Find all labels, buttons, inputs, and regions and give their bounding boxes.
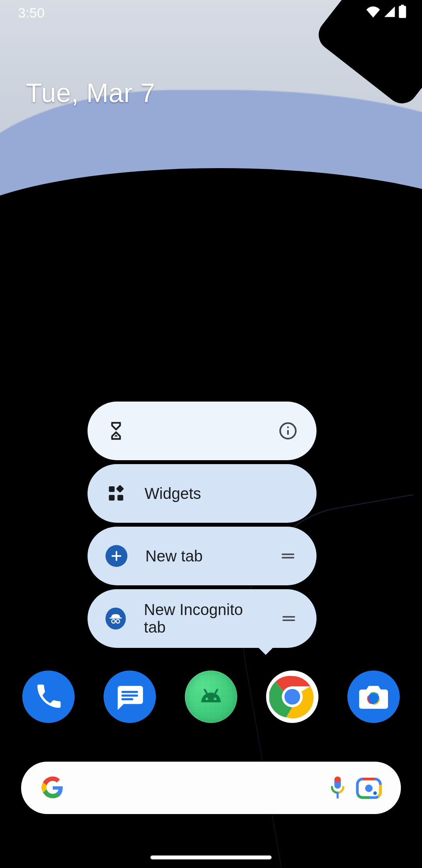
svg-rect-8	[116, 485, 124, 493]
drag-handle-icon[interactable]	[279, 608, 299, 629]
mic-icon[interactable]	[322, 772, 353, 803]
incognito-icon	[106, 608, 126, 629]
svg-rect-1	[401, 5, 404, 7]
drag-handle-icon[interactable]	[277, 545, 299, 567]
svg-rect-5	[109, 486, 115, 492]
svg-point-14	[112, 620, 115, 623]
app-camera[interactable]	[347, 671, 400, 723]
wifi-icon	[366, 5, 381, 21]
popup-widgets-label: Widgets	[145, 485, 201, 502]
svg-rect-0	[399, 6, 406, 18]
google-search-bar[interactable]	[21, 762, 401, 814]
popup-incognito-label: New Incognito tab	[144, 601, 261, 636]
widgets-icon	[106, 483, 127, 504]
svg-point-28	[284, 689, 300, 705]
popup-new-tab-label: New tab	[145, 547, 203, 565]
app-chrome[interactable]	[266, 671, 318, 723]
info-icon[interactable]	[277, 420, 299, 441]
svg-point-4	[287, 427, 289, 429]
svg-point-41	[373, 791, 377, 795]
svg-point-15	[116, 620, 120, 623]
svg-rect-13	[110, 617, 122, 619]
app-phone[interactable]	[22, 671, 75, 723]
app-android[interactable]	[185, 671, 237, 723]
popup-top-row	[88, 402, 316, 460]
status-bar: 3:50	[0, 0, 422, 26]
popup-tail	[258, 647, 274, 655]
popup-incognito-row[interactable]: New Incognito tab	[88, 589, 316, 648]
popup-new-tab-row[interactable]: New tab	[88, 527, 316, 585]
nav-handle[interactable]	[150, 855, 272, 859]
date-widget[interactable]: Tue, Mar 7	[26, 77, 155, 108]
google-logo-icon	[41, 777, 64, 799]
battery-full-icon	[399, 5, 406, 21]
hotseat	[0, 670, 422, 723]
hourglass-icon[interactable]	[106, 420, 127, 441]
popup-widgets-row[interactable]: Widgets	[88, 464, 316, 523]
app-shortcut-popup: Widgets New tab New Incognito tab	[88, 402, 316, 648]
svg-point-40	[365, 785, 372, 792]
google-lens-icon[interactable]	[353, 772, 384, 803]
app-messages[interactable]	[104, 671, 156, 723]
svg-rect-34	[334, 777, 341, 782]
status-time: 3:50	[18, 5, 45, 21]
cellular-signal-icon	[384, 5, 395, 21]
svg-rect-7	[118, 495, 123, 501]
svg-rect-6	[109, 495, 115, 501]
plus-icon	[106, 545, 127, 567]
